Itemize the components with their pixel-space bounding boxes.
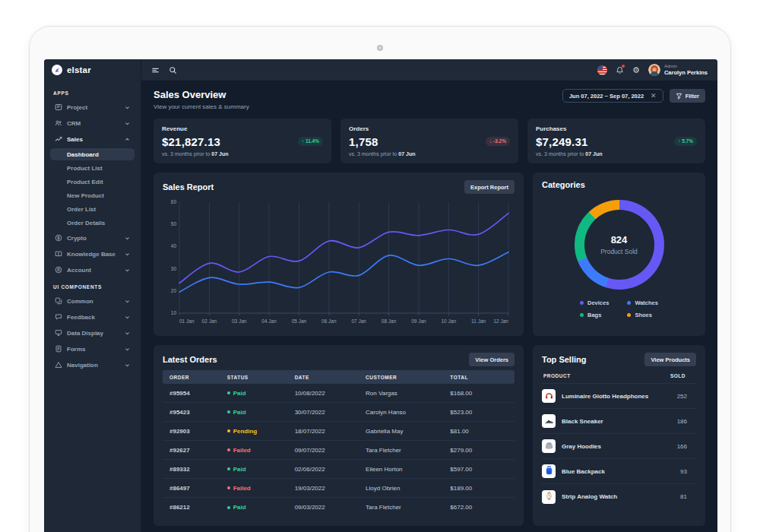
table-row[interactable]: #95954Paid10/08/2022Ron Vargas$168.00	[163, 384, 515, 403]
settings-gear-icon[interactable]: ⚙	[632, 66, 640, 74]
sidebar-item-product-list[interactable]: Product List	[50, 162, 135, 174]
sidebar-item-data-display[interactable]: Data Display	[50, 325, 135, 340]
table-row[interactable]: #95423Paid30/07/2022Carolyn Hanso$523.00	[163, 403, 515, 422]
svg-text:03 Jan: 03 Jan	[232, 318, 247, 324]
legend-label: Shoes	[635, 312, 652, 318]
sidebar-item-navigation[interactable]: Navigation	[50, 357, 135, 372]
export-report-button[interactable]: Export Report	[464, 180, 515, 194]
status-label: Failed	[233, 447, 251, 454]
sidebar-item-label: Feedback	[67, 314, 95, 321]
customer-cell: Lloyd Obrien	[366, 485, 450, 492]
stat-compare: vs. 3 months prior to 07 Jun	[536, 151, 697, 157]
sidebar-item-order-details[interactable]: Order Details	[50, 217, 135, 229]
status-label: Failed	[233, 485, 251, 492]
product-sold-count: 252	[677, 393, 696, 400]
sidebar-item-label: Forms	[67, 346, 85, 353]
sidebar-item-project[interactable]: Project	[50, 100, 135, 115]
sales-icon	[55, 135, 62, 143]
compare-prefix: vs. 3 months prior to	[162, 151, 211, 157]
crypto-icon	[55, 234, 62, 242]
product-row[interactable]: Luminaire Giotto Headphones252	[542, 384, 696, 409]
clear-date-icon[interactable]: ✕	[651, 92, 657, 100]
change-badge: ↑ 11.4%	[298, 137, 323, 146]
sidebar-item-crm[interactable]: CRM	[50, 116, 135, 131]
product-row[interactable]: Gray Hoodies166	[542, 434, 696, 459]
sidebar-item-dashboard[interactable]: Dashboard	[50, 148, 135, 160]
status-cell: Failed	[227, 447, 295, 454]
flag-canton	[597, 65, 603, 70]
product-row[interactable]: Black Sneaker186	[542, 409, 696, 434]
date-range-picker[interactable]: Jun 07, 2022 ~ Sep 07, 2022 ✕	[562, 89, 663, 103]
hoodie-icon	[544, 441, 554, 452]
sidebar-item-sales[interactable]: Sales	[50, 131, 135, 147]
view-orders-button[interactable]: View Orders	[469, 353, 515, 366]
filter-icon	[676, 93, 682, 100]
svg-text:10: 10	[171, 310, 177, 315]
svg-text:10 Jan: 10 Jan	[442, 318, 457, 324]
watch-icon	[544, 491, 554, 502]
stats-row: Revenue$21,827.13vs. 3 months prior to 0…	[154, 119, 705, 163]
language-flag-icon[interactable]	[597, 65, 607, 75]
customer-cell: Gabriella May	[366, 428, 450, 435]
chevron-up-icon	[125, 137, 130, 142]
sidebar-item-crypto[interactable]: Crypto	[50, 230, 135, 245]
total-cell: $168.00	[450, 390, 508, 397]
compare-prefix: vs. 3 months prior to	[349, 151, 398, 157]
logo[interactable]: elstar	[44, 59, 141, 81]
sales-report-title: Sales Report	[163, 182, 214, 192]
view-products-button[interactable]: View Products	[644, 353, 696, 366]
sidebar-item-new-product[interactable]: New Product	[50, 189, 135, 201]
sidebar-item-label: Crypto	[67, 235, 87, 242]
sidebar-item-account[interactable]: Account	[50, 262, 135, 277]
svg-text:30: 30	[171, 266, 177, 271]
sidebar-item-label: Common	[67, 298, 93, 305]
table-row[interactable]: #92903Pending18/07/2022Gabriella May$81.…	[163, 422, 515, 441]
page-header: Sales Overview View your current sales &…	[154, 89, 705, 110]
order-cell: #95954	[169, 390, 227, 397]
chevron-down-icon	[125, 331, 130, 336]
sidebar-item-forms[interactable]: Forms	[50, 341, 135, 356]
stat-card-purchases: Purchases$7,249.31vs. 3 months prior to …	[527, 119, 705, 163]
main-area: ⚙ Admin Carolyn Perkins Sal	[141, 59, 717, 532]
elstar-logo-icon	[52, 65, 62, 75]
stat-card-orders: Orders1,758vs. 3 months prior to 07 Jun↓…	[340, 119, 518, 163]
chevron-down-icon	[125, 299, 130, 304]
sidebar-item-common[interactable]: Common	[50, 293, 135, 309]
product-thumbnail	[542, 464, 556, 478]
sidebar-item-knowledge-base[interactable]: Knowledge Base	[50, 246, 135, 261]
table-row[interactable]: #86212Paid09/03/2022Tara Fletcher$672.00	[163, 498, 515, 517]
table-row[interactable]: #86497Failed19/03/2022Lloyd Obrien$189.0…	[163, 479, 515, 498]
sidebar-toggle-button[interactable]	[151, 66, 160, 74]
app-screen: elstar APPSProjectCRMSalesDashboardProdu…	[44, 59, 717, 532]
search-button[interactable]	[169, 66, 177, 74]
chevron-down-icon	[125, 268, 130, 273]
sidebar-item-label: Navigation	[67, 362, 98, 369]
data-display-icon	[55, 329, 62, 337]
product-row[interactable]: Strip Analog Watch81	[542, 484, 696, 509]
date-cell: 02/06/2022	[295, 466, 366, 473]
status-dot-icon	[227, 391, 230, 394]
account-icon	[55, 266, 62, 274]
top-selling-card: Top Selling View Products PRODUCTSOLD Lu…	[533, 345, 705, 526]
table-row[interactable]: #92627Failed09/07/2022Tara Fletcher$279.…	[163, 441, 515, 460]
sidebar-item-label: Data Display	[67, 330, 103, 337]
compare-date: 07 Jun	[585, 151, 602, 157]
date-cell: 19/03/2022	[295, 485, 366, 492]
stat-label: Purchases	[536, 125, 697, 132]
sidebar-item-label: Account	[67, 267, 91, 274]
donut-center-label: Product Sold	[600, 248, 638, 255]
notification-dot	[622, 65, 625, 68]
chevron-down-icon	[125, 236, 130, 241]
chevron-down-icon	[125, 315, 130, 320]
sidebar-item-feedback[interactable]: Feedback	[50, 309, 135, 325]
sidebar-item-product-edit[interactable]: Product Edit	[50, 176, 135, 188]
legend-dot	[627, 313, 631, 317]
user-menu[interactable]: Admin Carolyn Perkins	[648, 64, 708, 76]
sales-report-card: Sales Report Export Report 1020304050600…	[154, 173, 524, 336]
sidebar-item-order-list[interactable]: Order List	[50, 203, 135, 215]
table-row[interactable]: #89332Paid02/06/2022Eileen Horton$597.00	[163, 460, 515, 479]
notifications-bell-icon[interactable]	[616, 66, 624, 74]
product-row[interactable]: Blue Backpack93	[542, 459, 696, 484]
filter-button[interactable]: Filter	[670, 89, 705, 103]
page-subtitle: View your current sales & summary	[154, 103, 249, 110]
